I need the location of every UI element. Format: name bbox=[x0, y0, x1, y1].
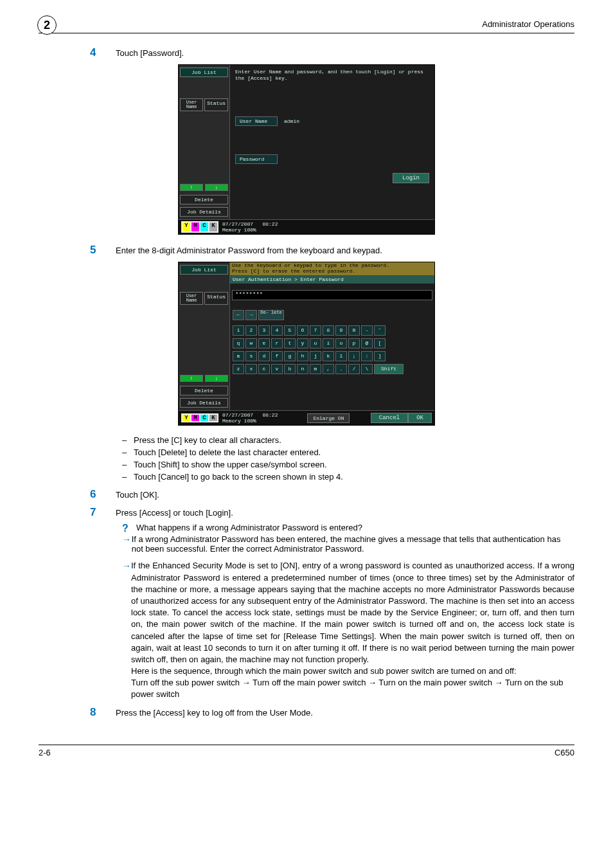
ss2-enlarge-button[interactable]: Enlarge ON bbox=[307, 413, 350, 423]
key-][interactable]: ] bbox=[374, 351, 386, 361]
key-e[interactable]: e bbox=[258, 338, 270, 348]
step-4-number: 4 bbox=[90, 46, 116, 59]
key-i[interactable]: i bbox=[323, 338, 334, 348]
ss2-user-tab[interactable]: User Name bbox=[180, 292, 203, 305]
ss2-joblist-button[interactable]: Job List bbox=[180, 265, 228, 275]
ss2-instr-line2: Press [C] to erase the entered password. bbox=[232, 268, 355, 274]
key-a[interactable]: a bbox=[233, 351, 244, 361]
key-[[interactable]: [ bbox=[374, 338, 386, 348]
ss2-instr-line1: Use the keyboard or keypad to type in th… bbox=[232, 262, 389, 268]
ss1-username-button[interactable]: User Name bbox=[235, 116, 278, 126]
hint-4: Touch [Cancel] to go back to the screen … bbox=[134, 471, 343, 484]
ss2-kb-delete-button[interactable]: De- lete bbox=[258, 310, 284, 320]
key-y[interactable]: y bbox=[297, 338, 308, 348]
key-:[interactable]: : bbox=[361, 351, 373, 361]
ss1-delete-button[interactable]: Delete bbox=[180, 195, 228, 204]
key-;[interactable]: ; bbox=[348, 351, 360, 361]
key-5[interactable]: 5 bbox=[284, 325, 296, 336]
key-1[interactable]: 1 bbox=[233, 325, 244, 336]
key-p[interactable]: p bbox=[348, 338, 360, 348]
answer-text: If a wrong Administrator Password has be… bbox=[132, 534, 574, 554]
note-paragraph-1: If the Enhanced Security Mode is set to … bbox=[131, 560, 574, 665]
key-.[interactable]: . bbox=[335, 364, 347, 374]
key-\[interactable]: \ bbox=[361, 364, 373, 374]
key-t[interactable]: t bbox=[284, 338, 296, 348]
key-6[interactable]: 6 bbox=[297, 325, 308, 336]
key-ˆ[interactable]: ˆ bbox=[374, 325, 386, 336]
ss2-cursor-left-button[interactable]: ← bbox=[233, 310, 244, 320]
qa-block: ? What happens if a wrong Administrator … bbox=[122, 523, 574, 554]
ss1-jobdetails-button[interactable]: Job Details bbox=[180, 207, 228, 217]
ss1-memory: Memory 100% bbox=[222, 227, 256, 233]
ss2-status-tab[interactable]: Status bbox=[204, 292, 228, 305]
ss1-up-arrow-button[interactable]: ↑ bbox=[180, 184, 203, 191]
step-5-text: Enter the 8-digit Administrator Password… bbox=[116, 246, 574, 255]
key-u[interactable]: u bbox=[310, 338, 321, 348]
ss2-up-arrow-button[interactable]: ↑ bbox=[180, 375, 203, 382]
ss2-ok-button[interactable]: OK bbox=[408, 413, 432, 423]
ss1-login-button[interactable]: Login bbox=[393, 173, 429, 183]
ss1-instruction: Enter User Name and password, and then t… bbox=[233, 68, 432, 82]
hint-2: Touch [Delete] to delete the last charac… bbox=[134, 447, 321, 459]
hint-1: Press the [C] key to clear all character… bbox=[134, 435, 281, 447]
ss1-joblist-button[interactable]: Job List bbox=[180, 68, 228, 77]
key-2[interactable]: 2 bbox=[245, 325, 257, 336]
key-@[interactable]: @ bbox=[361, 338, 373, 348]
hints-list: –Press the [C] key to clear all characte… bbox=[122, 435, 574, 483]
keyboard-row-2: qwertyuiop@[ bbox=[230, 337, 434, 350]
footer-model: C650 bbox=[555, 748, 574, 757]
ss2-jobdetails-button[interactable]: Job Details bbox=[180, 398, 228, 408]
ss2-cursor-right-button[interactable]: → bbox=[245, 310, 257, 320]
ss1-time: 08:22 bbox=[262, 221, 278, 227]
answer-arrow-icon: → bbox=[122, 534, 132, 545]
key-9[interactable]: 9 bbox=[335, 325, 347, 336]
key-q[interactable]: q bbox=[233, 338, 244, 348]
key-8[interactable]: 8 bbox=[323, 325, 334, 336]
key-d[interactable]: d bbox=[258, 351, 270, 361]
key-z[interactable]: z bbox=[233, 364, 244, 374]
key-4[interactable]: 4 bbox=[271, 325, 283, 336]
footer-page-number: 2-6 bbox=[39, 748, 51, 757]
key-k[interactable]: k bbox=[323, 351, 334, 361]
key-c[interactable]: c bbox=[258, 364, 270, 374]
key-x[interactable]: x bbox=[245, 364, 257, 374]
ss1-password-button[interactable]: Password bbox=[235, 154, 278, 164]
shift-key[interactable]: Shift bbox=[374, 364, 404, 374]
key-b[interactable]: b bbox=[284, 364, 296, 374]
key-f[interactable]: f bbox=[271, 351, 283, 361]
question-text: What happens if a wrong Administrator Pa… bbox=[136, 523, 362, 532]
key-3[interactable]: 3 bbox=[258, 325, 270, 336]
key-s[interactable]: s bbox=[245, 351, 257, 361]
key-g[interactable]: g bbox=[284, 351, 296, 361]
ss1-down-arrow-button[interactable]: ↓ bbox=[205, 184, 228, 191]
key--[interactable]: - bbox=[361, 325, 373, 336]
step-8: 8 Press the [Access] key to log off from… bbox=[90, 706, 574, 719]
step-5: 5 Enter the 8-digit Administrator Passwo… bbox=[90, 244, 574, 257]
key-,[interactable]: , bbox=[323, 364, 334, 374]
step-7-number: 7 bbox=[90, 506, 116, 519]
step-4-text: Touch [Password]. bbox=[116, 48, 574, 58]
ss2-cancel-button[interactable]: Cancel bbox=[371, 413, 408, 423]
chapter-number: 2 bbox=[37, 15, 57, 35]
key-m[interactable]: m bbox=[310, 364, 321, 374]
key-h[interactable]: h bbox=[297, 351, 308, 361]
step-7: 7 Press [Access] or touch [Login]. bbox=[90, 506, 574, 519]
key-v[interactable]: v bbox=[271, 364, 283, 374]
ss2-down-arrow-button[interactable]: ↓ bbox=[205, 375, 228, 382]
security-note: → If the Enhanced Security Mode is set t… bbox=[122, 560, 574, 700]
key-r[interactable]: r bbox=[271, 338, 283, 348]
key-n[interactable]: n bbox=[297, 364, 308, 374]
ss2-delete-button[interactable]: Delete bbox=[180, 386, 228, 395]
step-4: 4 Touch [Password]. bbox=[90, 46, 574, 59]
key-w[interactable]: w bbox=[245, 338, 257, 348]
key-j[interactable]: j bbox=[310, 351, 321, 361]
key-l[interactable]: l bbox=[335, 351, 347, 361]
key-o[interactable]: o bbox=[335, 338, 347, 348]
key-0[interactable]: 0 bbox=[348, 325, 360, 336]
key-/[interactable]: / bbox=[348, 364, 360, 374]
ss1-user-tab[interactable]: User Name bbox=[180, 98, 203, 111]
key-7[interactable]: 7 bbox=[310, 325, 321, 336]
hint-3: Touch [Shift] to show the upper case/sym… bbox=[134, 459, 327, 471]
ss1-status-tab[interactable]: Status bbox=[204, 98, 228, 111]
ss2-password-field[interactable]: ******** bbox=[232, 290, 432, 300]
